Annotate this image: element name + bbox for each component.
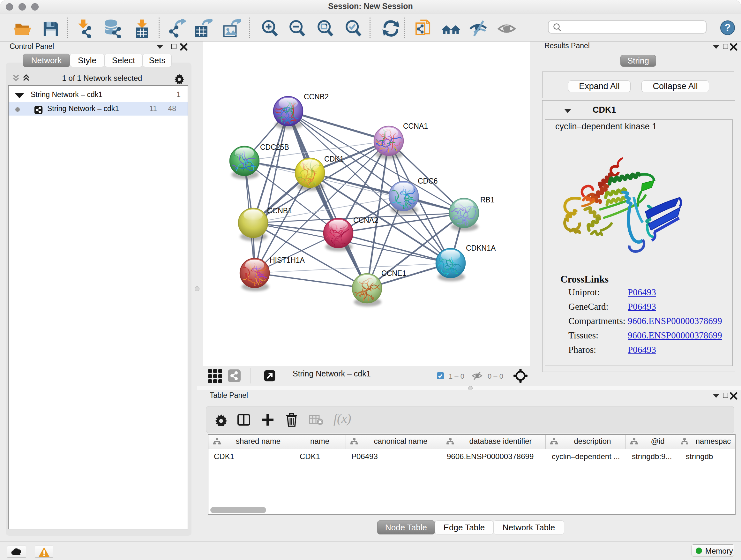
svg-text:CDC6: CDC6: [418, 177, 438, 185]
svg-text:?: ?: [724, 22, 731, 33]
svg-text:CDKN1A: CDKN1A: [466, 244, 496, 252]
svg-text:CCNA2: CCNA2: [353, 216, 378, 225]
svg-text:CCNE1: CCNE1: [381, 269, 406, 277]
svg-text:CCNA1: CCNA1: [403, 122, 428, 130]
svg-text:CDC25B: CDC25B: [260, 143, 289, 151]
svg-text:CCNB2: CCNB2: [304, 92, 329, 101]
svg-text:HIST1H1A: HIST1H1A: [270, 256, 305, 264]
svg-text:CDK1: CDK1: [324, 155, 344, 163]
svg-text:RB1: RB1: [480, 196, 495, 204]
svg-text:CCNB1: CCNB1: [267, 206, 292, 215]
